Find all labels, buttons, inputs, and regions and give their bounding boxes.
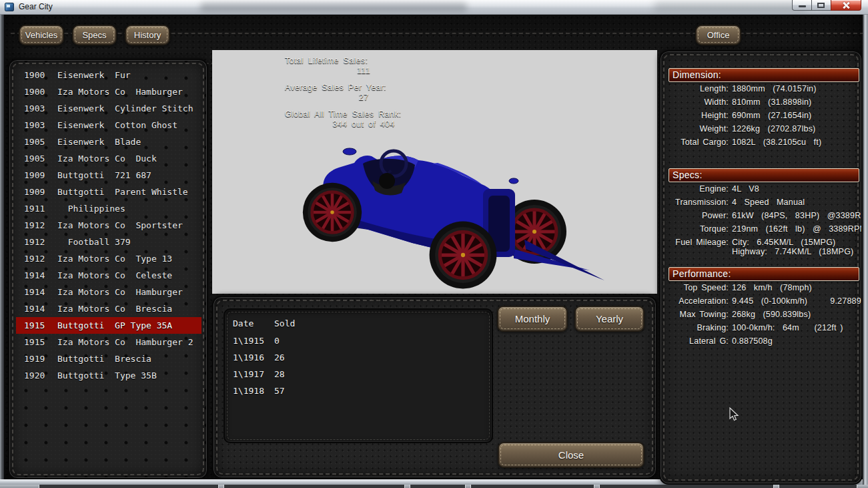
sales-sold: 28 xyxy=(274,366,486,383)
detail-row: Weight: 1226kg (2702.87lbs) xyxy=(666,122,861,136)
office-button-label: Office xyxy=(707,30,730,40)
specs-rows: Engine: 4L V8 Transmission: 4 Speed Manu… xyxy=(666,182,861,256)
vehicle-list-item[interactable]: 1912Iza Motors Co Sportster xyxy=(16,217,201,234)
vehicle-year: 1905 xyxy=(24,134,57,150)
detail-label: Transmission: xyxy=(666,196,729,209)
detail-row: Power: 61kW (84PS, 83HP) @3389RPMs xyxy=(666,209,861,222)
vehicle-list-item[interactable]: 1903Eisenwerk Cylinder Stitch xyxy=(16,100,201,117)
sales-sold: 57 xyxy=(274,383,486,399)
monthly-button[interactable]: Monthly xyxy=(497,306,568,332)
taskbar-item[interactable] xyxy=(470,485,594,488)
detail-value: 1082L (38.2105cu ft) xyxy=(732,136,861,149)
vehicles-button[interactable]: Vehicles xyxy=(19,25,64,45)
vehicle-name: Buttgotti GP Type 35A xyxy=(57,320,172,330)
taskbar-item[interactable] xyxy=(779,485,857,488)
performance-section-header: Performance: xyxy=(669,267,859,281)
vehicle-list-item[interactable]: 1914Iza Motors Co Celeste xyxy=(16,267,201,284)
vehicle-list-item[interactable]: 1909Buttgotti 721 687 xyxy=(16,167,201,184)
detail-label: Torque: xyxy=(666,222,729,236)
vehicle-list-item[interactable]: 1919Buttgotti Brescia xyxy=(16,350,201,367)
taskbar-item[interactable] xyxy=(39,485,219,488)
vehicle-name: Iza Motors Co Brescia xyxy=(57,304,172,314)
vehicle-list-item[interactable]: 1920Buttgotti Type 35B xyxy=(16,367,201,384)
detail-label: Max Towing: xyxy=(666,308,729,321)
vehicle-name: Iza Motors Co Celeste xyxy=(57,270,172,280)
taskbar-item[interactable] xyxy=(410,485,466,488)
vehicle-year: 1915 xyxy=(24,317,57,334)
vehicle-year: 1909 xyxy=(24,184,57,200)
vehicle-name: Eisenwerk Blade xyxy=(57,137,141,147)
specs-button[interactable]: Specs xyxy=(72,25,117,45)
minimize-button[interactable] xyxy=(792,0,812,11)
detail-label: Weight: xyxy=(666,122,729,136)
sales-table-row: 1\191857 xyxy=(233,383,486,399)
vehicle-year: 1914 xyxy=(24,284,57,300)
vehicle-list-item[interactable]: 1900Eisenwerk Fur xyxy=(16,67,201,83)
titlebar-glass-blur xyxy=(200,3,467,12)
detail-row: Braking: 100-0km/h: 64m (212ft ) xyxy=(666,321,861,334)
vehicle-name: Buttgotti 721 687 xyxy=(57,170,151,180)
yearly-button-label: Yearly xyxy=(596,313,623,324)
detail-row: Top Speed: 126 km/h (78mph) xyxy=(666,281,861,294)
detail-value: 690mm (27.1654in) xyxy=(732,109,861,122)
vehicle-list-item[interactable]: 1912Iza Motors Co Type 13 xyxy=(16,250,201,267)
sales-stats: Total Lifetime Sales: 111 Average Sales … xyxy=(285,56,442,136)
taskbar-item[interactable] xyxy=(599,485,774,488)
vehicle-year: 1914 xyxy=(24,300,57,317)
detail-row: Engine: 4L V8 xyxy=(666,182,861,196)
sales-rows: 1\19150 1\191626 1\191728 1\191857 xyxy=(233,332,486,399)
vehicle-list-item[interactable]: 1914Iza Motors Co Hamburger xyxy=(16,284,201,300)
vehicle-year: 1909 xyxy=(24,167,57,184)
vehicle-name: Eisenwerk Cylinder Stitch xyxy=(57,103,193,113)
detail-row: Max Towing: 268kg (590.839lbs) xyxy=(666,308,861,321)
detail-label: Engine: xyxy=(666,182,729,196)
vehicle-year: 1900 xyxy=(24,67,57,83)
vehicle-list-item[interactable]: 1915Buttgotti GP Type 35A xyxy=(16,317,201,334)
window-titlebar[interactable]: Gear City xyxy=(0,0,868,15)
titlebar-glass-blur xyxy=(654,2,807,12)
vehicle-list-item[interactable]: 1905Iza Motors Co Duck xyxy=(16,150,201,167)
window-close-button[interactable] xyxy=(831,0,861,11)
detail-row: Lateral G: 0.887508g xyxy=(666,334,861,348)
vehicle-name: Iza Motors Co Duck xyxy=(57,154,157,164)
taskbar-item[interactable] xyxy=(224,485,405,488)
detail-value: 219nm (162ft lb) @ 3389RPMs xyxy=(732,222,863,236)
office-button[interactable]: Office xyxy=(695,25,741,45)
stat-value: 344 out of 404 xyxy=(285,119,442,130)
vehicle-list-item[interactable]: 1900Iza Motors Co Hamburger xyxy=(16,83,201,100)
vehicle-list-item[interactable]: 1914Iza Motors Co Brescia xyxy=(16,300,201,317)
detail-value: 268kg (590.839lbs) xyxy=(732,308,861,321)
vehicle-year: 1915 xyxy=(24,334,57,350)
maximize-button[interactable] xyxy=(812,0,831,11)
detail-value: 1226kg (2702.87lbs) xyxy=(732,122,861,136)
specs-section-header: Specs: xyxy=(669,168,859,182)
yearly-button[interactable]: Yearly xyxy=(574,306,644,332)
stat-label: Total Lifetime Sales: xyxy=(285,56,442,66)
dimension-rows: Length: 1880mm (74.0157in) Width: 810mm … xyxy=(666,82,861,149)
vehicle-list-item[interactable]: 1903Eisenwerk Cotton Ghost xyxy=(16,117,201,134)
sales-date: 1\1917 xyxy=(233,366,274,383)
detail-label: Lateral G: xyxy=(666,334,729,348)
vehicle-list-item[interactable]: 1909Buttgotti Parent Whistle xyxy=(16,184,201,200)
close-button-label: Close xyxy=(558,449,584,461)
detail-value: 9.445 (0-100km/h) 9.27889 (0-6 xyxy=(732,294,863,308)
vehicle-year: 1900 xyxy=(24,83,57,100)
vehicle-list-item[interactable]: 1912 Football 379 xyxy=(16,234,201,250)
sales-close-button[interactable]: Close xyxy=(498,442,644,468)
vehicle-year: 1912 xyxy=(24,250,57,267)
vehicle-name: Iza Motors Co Type 13 xyxy=(57,254,172,264)
app-icon xyxy=(5,3,14,11)
stat-value: 27 xyxy=(285,93,442,103)
vehicle-list-item[interactable]: 1905Eisenwerk Blade xyxy=(16,134,201,150)
history-button[interactable]: History xyxy=(125,25,170,45)
sales-table-row: 1\191728 xyxy=(233,366,486,383)
sales-stat: Total Lifetime Sales: 111 xyxy=(285,56,442,76)
vehicle-list-item[interactable]: 1911 Philippines xyxy=(16,200,201,217)
vehicle-name: Philippines xyxy=(57,204,125,214)
vehicle-list-item[interactable]: 1915Iza Motors Co Hamburger 2 xyxy=(16,334,201,350)
sales-col-date: Date xyxy=(233,315,274,332)
taskbar[interactable] xyxy=(0,485,868,488)
vehicle-name: Eisenwerk Fur xyxy=(57,70,131,80)
sales-stat: Global All Time Sales Rank: 344 out of 4… xyxy=(285,109,442,130)
detail-value: 4L V8 xyxy=(732,182,861,196)
